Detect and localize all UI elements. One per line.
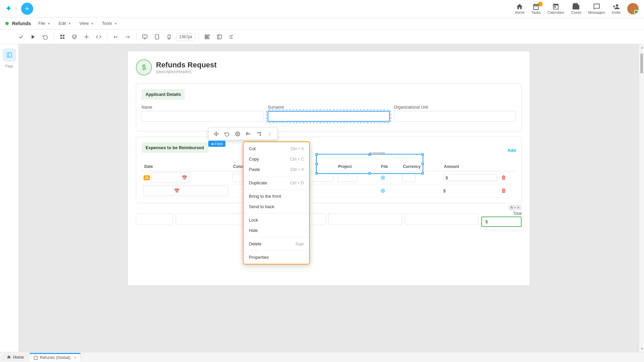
add-file-btn-1[interactable]: ⊕ (380, 174, 385, 181)
context-item-cut[interactable]: Cut Ctrl + X (244, 143, 309, 154)
align-btn[interactable] (202, 32, 212, 42)
form-canvas: $ Refunds Request {descriptionHeader} Ap… (127, 51, 530, 286)
total-label: Total (513, 211, 522, 216)
canvas-area[interactable]: R∞ ⋮ Field $ Refunds Request {descriptio… (19, 44, 639, 352)
amount-input-1[interactable] (449, 175, 470, 180)
tablet-view-btn[interactable] (152, 32, 162, 42)
svg-rect-20 (205, 38, 209, 39)
play-btn[interactable] (28, 32, 38, 42)
desktop-view-btn[interactable] (140, 32, 150, 42)
menu-edit[interactable]: Edit ▼ (55, 19, 74, 27)
save-btn[interactable] (4, 32, 14, 42)
total-cell-5 (405, 213, 479, 225)
org-unit-input[interactable] (394, 111, 516, 122)
code-btn[interactable] (94, 32, 104, 42)
nav-tasks[interactable]: 7 Tasks (531, 3, 541, 14)
name-input[interactable] (142, 111, 264, 122)
toolbar-sep-3 (136, 33, 137, 41)
context-item-duplicate[interactable]: Duplicate Ctrl + D (244, 178, 309, 188)
context-lock-label: Lock (249, 218, 258, 223)
context-item-delete[interactable]: Delete Supr (244, 239, 309, 249)
context-menu: Cut Ctrl + X Copy Ctrl + C Paste Ctrl + … (243, 141, 310, 264)
redo-btn[interactable]: ↪ (123, 32, 133, 42)
nav-invite[interactable]: Invite (612, 3, 621, 14)
form-header: $ Refunds Request {descriptionHeader} (136, 59, 522, 75)
context-item-copy[interactable]: Copy Ctrl + C (244, 154, 309, 164)
add-file-btn-2[interactable]: ⊕ (380, 187, 385, 194)
refresh-btn[interactable] (40, 32, 50, 42)
project-input-1[interactable] (337, 174, 358, 182)
menu-tools[interactable]: Tools ▼ (99, 19, 121, 27)
grid-btn[interactable] (57, 32, 67, 42)
name-label: Name (142, 105, 264, 110)
svg-point-30 (260, 135, 261, 136)
dollar-sign-1: $ (445, 175, 448, 180)
form-subtitle: {descriptionHeader} (156, 69, 217, 74)
scroll-down-arrow[interactable]: ▼ (639, 346, 644, 352)
undo-btn[interactable]: ↩ (111, 32, 121, 42)
calendar-icon-2[interactable]: 📅 (174, 188, 179, 193)
scroll-up-arrow[interactable]: ▲ (639, 44, 644, 51)
context-item-lock[interactable]: Lock (244, 215, 309, 225)
surname-input[interactable] (268, 111, 390, 122)
date-cell-2: 📅 (142, 184, 230, 197)
nav-calendars[interactable]: Calendars (547, 3, 564, 14)
nav-messages-label: Messages (588, 10, 605, 14)
context-item-paste[interactable]: Paste Ctrl + V (244, 164, 309, 175)
bottom-tab-refunds-label: Refunds (Global) (40, 355, 70, 360)
context-item-hide[interactable]: Hide (244, 225, 309, 236)
connect-btn[interactable] (254, 129, 264, 138)
menu-file[interactable]: File ▼ (35, 19, 54, 27)
nav-cases[interactable]: Cases (571, 3, 581, 14)
delete-row-1-btn[interactable]: 🗑 (501, 175, 506, 181)
check-btn[interactable] (16, 32, 26, 42)
new-item-button[interactable]: + (21, 3, 33, 15)
bottom-tab-home[interactable]: Home (3, 354, 28, 361)
nav-home[interactable]: Home (515, 3, 525, 14)
app-status-dot (5, 22, 9, 25)
rotate-btn[interactable] (222, 129, 231, 138)
date-cell-1: Js 📅 (142, 171, 230, 184)
add-expense-button[interactable]: Add (507, 148, 516, 153)
delete-row-2-btn[interactable]: 🗑 (501, 188, 506, 194)
rx-btn[interactable]: R∞ (244, 129, 253, 138)
sidebar-item-page[interactable] (3, 48, 16, 62)
bottom-tab-home-label: Home (13, 355, 24, 360)
components-btn[interactable] (82, 32, 92, 42)
more-options-btn[interactable]: ⋮ (265, 129, 274, 138)
px-display: 1367px (176, 33, 195, 41)
project-cell-1 (335, 171, 378, 184)
js-badge-1: Js (144, 175, 150, 180)
settings-gear-btn[interactable] (233, 129, 242, 138)
calendar-icon-1[interactable]: 📅 (182, 175, 187, 180)
field-badge[interactable]: Field (208, 141, 225, 147)
total-row: R∞ ✕ Total $ (136, 208, 522, 230)
context-item-bring-front[interactable]: Bring to the front (244, 191, 309, 201)
context-sep-4 (244, 237, 309, 237)
menu-view[interactable]: View ▼ (76, 19, 97, 27)
user-avatar[interactable] (627, 3, 639, 14)
context-sep-3 (244, 213, 309, 214)
total-field[interactable]: $ (481, 217, 522, 227)
scrollbar-thumb[interactable] (640, 53, 643, 73)
bottom-tab-refunds[interactable]: Refunds (Global) ✕ (29, 353, 81, 361)
bottom-tab-refunds-close[interactable]: ✕ (74, 356, 76, 360)
mobile-view-btn[interactable] (164, 32, 174, 42)
applicant-section-header: Applicant Details (142, 89, 185, 100)
nav-messages[interactable]: Messages (588, 3, 605, 14)
pages-btn[interactable] (214, 32, 224, 42)
layers-btn[interactable] (69, 32, 79, 42)
svg-rect-14 (155, 35, 159, 39)
context-item-properties[interactable]: Properties (244, 252, 309, 262)
currency-input-1[interactable] (402, 174, 416, 182)
main-area: Page R∞ ⋮ Field $ (0, 44, 644, 352)
date-input-1[interactable] (154, 174, 180, 181)
currency-cell-1 (400, 171, 441, 184)
context-paste-shortcut: Ctrl + V (290, 167, 304, 172)
date-wrap-2: 📅 (144, 186, 228, 196)
right-scrollbar[interactable]: ▲ ▼ (639, 44, 644, 352)
context-item-send-back[interactable]: Send to back (244, 201, 309, 212)
date-input-2[interactable] (146, 187, 173, 194)
settings-btn[interactable] (226, 32, 236, 42)
move-btn[interactable] (211, 129, 221, 138)
